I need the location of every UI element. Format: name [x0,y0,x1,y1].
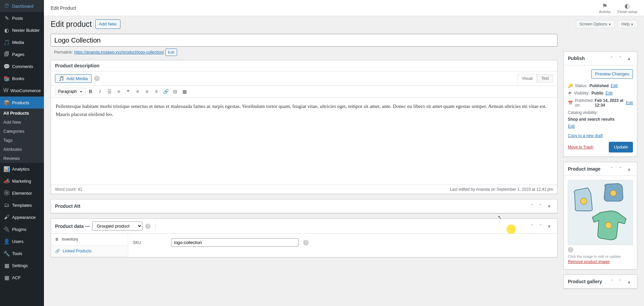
sidebar-item-settings[interactable]: ▦Settings [0,259,44,271]
sidebar-item-acf[interactable]: ▦ACF [0,271,44,284]
add-media-button[interactable]: 🎵 Add Media [55,74,92,83]
submenu-attributes[interactable]: Attributes [0,145,44,154]
finish-setup-button[interactable]: ◐ Finish setup [618,2,637,14]
sidebar-item-plugins[interactable]: 🔌Plugins [0,223,44,235]
move-down-icon[interactable]: ˅ [616,165,624,173]
format-select[interactable]: Paragraph [55,88,86,95]
move-up-icon[interactable]: ˄ [607,165,615,173]
move-down-icon[interactable]: ˅ [616,278,624,286]
italic-button[interactable]: I [96,87,104,96]
submenu-reviews[interactable]: Reviews [0,154,44,163]
help-icon[interactable]: ? [303,240,309,245]
align-right-button[interactable]: ≡ [152,87,161,96]
svg-point-1 [580,198,587,204]
visual-tab[interactable]: Visual [518,74,537,83]
submenu-tags[interactable]: Tags [0,136,44,145]
sidebar-item-users[interactable]: 👤Users [0,235,44,247]
page-title: Edit product [51,20,92,29]
product-image-thumbnail[interactable] [568,180,633,245]
readmore-button[interactable]: ⊟ [171,87,179,96]
catalog-edit-link[interactable]: Edit [568,123,575,130]
product-description-box: Product description 🎵 Add Media ? Visual… [51,60,557,194]
quote-button[interactable]: ❝ [124,87,132,96]
copy-draft-link[interactable]: Copy to a new draft [568,132,603,139]
sidebar-item-elementor[interactable]: ⓔElementor [0,187,44,199]
permalink-url[interactable]: https://ananda.instawp.xyz/product/logo-… [74,50,164,55]
product-illustration [568,180,633,245]
product-att-box: Product Att ˄ ˅ ▾ [51,199,557,213]
inventory-tab[interactable]: 🗎Inventory [51,234,128,245]
move-down-icon[interactable]: ˅ [536,222,544,230]
pin-icon: ✎ [3,15,10,21]
preview-changes-button[interactable]: Preview Changes [591,69,633,79]
toggle-icon[interactable]: ▴ [625,165,633,173]
product-image-box: Product image ˄ ˅ ▴ [564,162,637,269]
align-center-button[interactable]: ≡ [143,87,151,96]
text-tab[interactable]: Text [537,74,553,83]
move-up-icon[interactable]: ˄ [528,222,536,230]
acf-icon: ▦ [3,274,10,281]
permalink: Permalink: https://ananda.instawp.xyz/pr… [51,47,557,60]
help-button[interactable]: Help▼ [618,20,637,28]
status-edit-link[interactable]: Edit [611,83,618,88]
trash-link[interactable]: Move to Trash [568,144,593,150]
help-icon[interactable]: ? [568,247,573,252]
remove-image-link[interactable]: Remove product image [568,258,609,265]
word-count: Word count: 41 [55,187,82,192]
align-left-button[interactable]: ≡ [133,87,142,96]
visibility-edit-link[interactable]: Edit [605,91,612,96]
sidebar-item-books[interactable]: 📚Books [0,72,44,84]
toolbar-toggle-button[interactable]: ▦ [180,87,189,96]
sidebar-item-posts[interactable]: ✎Posts [0,12,44,24]
published-edit-link[interactable]: Edit [626,101,633,105]
submenu-categories[interactable]: Categories [0,127,44,136]
toggle-icon[interactable]: ▴ [625,278,633,286]
product-type-select[interactable]: Grouped product [92,222,143,231]
bullet-list-button[interactable]: ☰ [105,87,114,96]
description-editor[interactable]: Pellentesque habitant morbi tristique se… [51,98,557,185]
sidebar-item-tools[interactable]: 🔧Tools [0,247,44,259]
tools-icon: 🔧 [3,250,10,257]
sidebar-item-woocommerce[interactable]: WWooCommerce [0,84,44,97]
screen-options-button[interactable]: Screen Options▼ [576,20,615,28]
sku-input[interactable] [171,238,299,247]
move-down-icon[interactable]: ˅ [616,54,624,62]
activity-button[interactable]: ⚑ Activity [599,2,611,14]
publish-box: Publish ˄ ˅ ▴ Preview Changes 🔑Status: P… [564,51,637,157]
permalink-edit-button[interactable]: Edit [165,49,177,56]
highlight-dot [506,225,516,234]
toggle-icon[interactable]: ▴ [625,54,633,62]
update-button[interactable]: Update [609,142,633,152]
submenu-all-products[interactable]: All Products [0,109,44,118]
marketing-icon: 📣 [3,178,10,184]
bold-button[interactable]: B [86,87,95,96]
move-up-icon[interactable]: ˄ [607,54,615,62]
sidebar-item-marketing[interactable]: 📣Marketing [0,175,44,187]
sidebar-item-dashboard[interactable]: ⏱Dashboard [0,0,44,12]
linked-products-tab[interactable]: 🔗Linked Products [51,245,128,257]
move-down-icon[interactable]: ˅ [536,202,544,210]
toggle-icon[interactable]: ▾ [545,202,553,210]
sidebar-item-analytics[interactable]: 📊Analytics [0,163,44,175]
sidebar-item-comments[interactable]: 💬Comments [0,60,44,72]
product-title-input[interactable] [51,34,557,47]
activity-icon: ⚑ [599,2,611,10]
sidebar-item-appearance[interactable]: 🖌Appearance [0,211,44,223]
link-button[interactable]: 🔗 [161,87,170,96]
sidebar-item-pages[interactable]: 🗐Pages [0,48,44,60]
sidebar-item-nexter[interactable]: ◐Nexter Builder [0,24,44,36]
add-new-button[interactable]: Add New [95,19,120,29]
product-att-title: Product Att [55,203,80,209]
last-edited: Last edited by Ananda on September 1, 20… [450,187,553,192]
move-up-icon[interactable]: ˄ [528,202,536,210]
submenu-add-new[interactable]: Add New [0,118,44,127]
numbered-list-button[interactable]: ≡ [114,87,123,96]
sidebar-item-products[interactable]: 📦Products [0,97,44,109]
move-up-icon[interactable]: ˄ [607,278,615,286]
topbar-title: Edit Product [51,5,76,11]
help-icon[interactable]: ? [145,224,151,229]
toggle-icon[interactable]: ▾ [545,222,553,230]
help-icon[interactable]: ? [94,76,100,81]
sidebar-item-media[interactable]: 🎵Media [0,36,44,48]
sidebar-item-templates[interactable]: 🗂Templates [0,199,44,211]
